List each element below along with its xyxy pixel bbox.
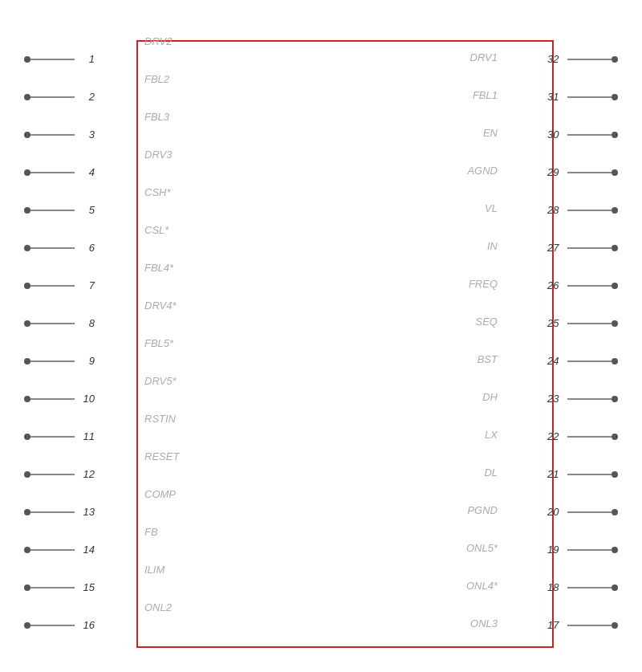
pin-line-1: [30, 59, 75, 60]
pin-number-29: 29: [545, 166, 567, 178]
pin-line-30: [567, 134, 612, 136]
pin-line-22: [567, 436, 612, 438]
pin-label-9: FBL5*: [138, 337, 180, 349]
pin-dot-30: [612, 132, 618, 138]
pin-number-13: 13: [75, 506, 97, 518]
ic-diagram: 1 2 3 4 5 6 7 8 9 10 11: [24, 24, 618, 648]
pin-label-right-23: DH: [476, 391, 504, 403]
pin-row-left-5: 5: [24, 191, 136, 229]
pin-line-2: [30, 96, 75, 98]
pin-label-right-25: SEQ: [469, 316, 504, 328]
pin-row-right-31: 31: [506, 78, 618, 116]
pin-label-right-22: LX: [478, 429, 504, 441]
pin-row-left-3: 3: [24, 116, 136, 153]
pin-line-18: [567, 587, 612, 589]
pin-label-8: DRV4*: [138, 299, 183, 312]
pin-dot-19: [612, 547, 618, 553]
pin-line-6: [30, 247, 75, 249]
pin-line-27: [567, 247, 612, 249]
pin-row-left-9: 9: [24, 342, 136, 380]
pin-label-12: RESET: [138, 450, 185, 462]
pin-label-10: DRV5*: [138, 375, 183, 387]
pin-line-13: [30, 511, 75, 513]
pin-dot-2: [24, 94, 30, 100]
pin-dot-13: [24, 509, 30, 515]
pin-label-right-29: AGND: [461, 165, 504, 177]
pin-row-left-6: 6: [24, 229, 136, 267]
pin-dot-17: [612, 622, 618, 629]
pin-dot-27: [612, 245, 618, 251]
pin-dot-7: [24, 283, 30, 289]
pin-label-right-31: FBL1: [466, 89, 504, 101]
pin-number-21: 21: [545, 468, 567, 480]
pin-dot-15: [24, 584, 30, 591]
pin-number-22: 22: [545, 430, 567, 442]
pin-row-right-20: 20: [506, 493, 618, 531]
pin-label-right-19: ONL5*: [460, 542, 504, 554]
pin-row-right-25: 25: [506, 304, 618, 342]
pin-label-4: DRV3: [138, 149, 178, 161]
pin-label-1: DRV2: [138, 35, 178, 47]
pin-label-13: COMP: [138, 488, 182, 500]
pin-number-6: 6: [75, 242, 97, 254]
pin-row-left-4: 4: [24, 153, 136, 191]
pin-row-right-27: 27: [506, 229, 618, 267]
pin-number-28: 28: [545, 204, 567, 216]
pin-line-9: [30, 360, 75, 362]
pin-number-5: 5: [75, 204, 97, 216]
pin-number-4: 4: [75, 166, 97, 178]
pin-number-18: 18: [545, 581, 567, 593]
pin-dot-8: [24, 320, 30, 327]
pin-line-23: [567, 398, 612, 400]
pin-number-30: 30: [545, 128, 567, 141]
pin-number-27: 27: [545, 242, 567, 254]
pin-row-right-19: 19: [506, 531, 618, 568]
pin-number-26: 26: [545, 279, 567, 291]
pin-row-right-32: 32: [506, 40, 618, 78]
pin-dot-6: [24, 245, 30, 251]
right-pins: 32 31 30 29 28 27 26 25 24 23: [506, 40, 618, 644]
pin-row-left-10: 10: [24, 380, 136, 417]
pin-label-right-18: ONL4*: [460, 580, 504, 592]
pin-label-7: FBL4*: [138, 262, 180, 274]
pin-dot-31: [612, 94, 618, 100]
pin-line-11: [30, 436, 75, 438]
pin-line-29: [567, 172, 612, 173]
pin-number-10: 10: [75, 393, 97, 405]
pin-row-right-17: 17: [506, 606, 618, 644]
pin-number-1: 1: [75, 53, 97, 65]
pin-row-left-12: 12: [24, 455, 136, 493]
pin-label-right-28: VL: [478, 202, 504, 214]
pin-dot-10: [24, 396, 30, 402]
pin-row-right-22: 22: [506, 417, 618, 455]
pin-line-21: [567, 474, 612, 475]
pin-dot-18: [612, 584, 618, 591]
pin-number-2: 2: [75, 91, 97, 103]
pin-row-right-30: 30: [506, 116, 618, 153]
pin-dot-22: [612, 434, 618, 440]
pin-number-17: 17: [545, 619, 567, 631]
pin-label-16: ONL2: [138, 601, 178, 613]
pin-line-12: [30, 474, 75, 475]
pin-line-14: [30, 549, 75, 551]
pin-row-right-24: 24: [506, 342, 618, 380]
pin-dot-21: [612, 471, 618, 478]
pin-number-20: 20: [545, 506, 567, 518]
pin-label-right-32: DRV1: [464, 51, 504, 63]
pin-number-3: 3: [75, 128, 97, 141]
pin-label-right-27: IN: [481, 240, 504, 252]
pin-number-9: 9: [75, 355, 97, 367]
pin-dot-1: [24, 56, 30, 63]
pin-dot-16: [24, 622, 30, 629]
pin-line-32: [567, 59, 612, 60]
pin-number-11: 11: [75, 430, 97, 442]
pin-number-31: 31: [545, 91, 567, 103]
pin-dot-24: [612, 358, 618, 365]
pin-line-19: [567, 549, 612, 551]
pin-row-right-29: 29: [506, 153, 618, 191]
pin-row-left-7: 7: [24, 267, 136, 304]
pin-row-right-23: 23: [506, 380, 618, 417]
pin-number-24: 24: [545, 355, 567, 367]
pin-line-25: [567, 323, 612, 324]
pin-dot-4: [24, 169, 30, 176]
